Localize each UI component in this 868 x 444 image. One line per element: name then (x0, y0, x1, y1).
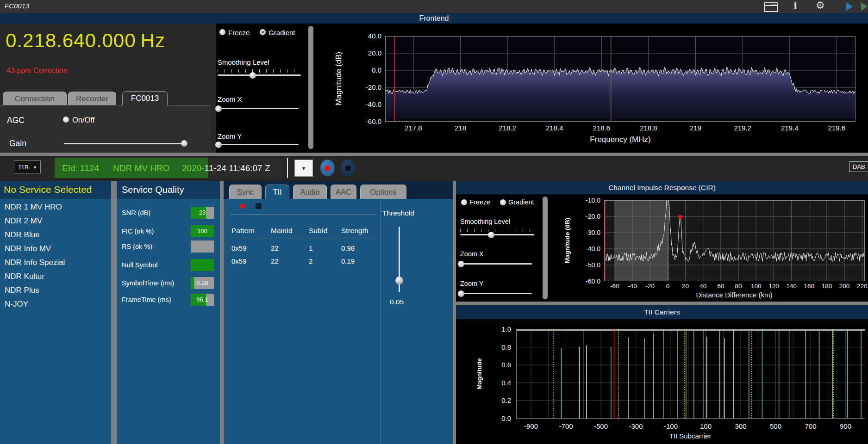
quality-bar-snr: 23 (191, 207, 214, 219)
smoothing-slider-track[interactable] (218, 74, 301, 76)
info-icon[interactable]: ℹ (793, 0, 797, 12)
freeze-radio[interactable] (219, 29, 225, 35)
cir-xtick: 100 (747, 283, 765, 290)
channel-combobox[interactable]: 11B ▼ (14, 160, 41, 173)
tab-recorder[interactable]: Recorder (68, 92, 116, 105)
smoothing-slider-knob[interactable] (250, 72, 256, 79)
service-item[interactable]: NDR 1 MV HRO (5, 203, 110, 212)
quality-label: SNR (dB) (122, 209, 150, 216)
service-item[interactable]: NDR Info Spezial (5, 258, 110, 267)
play-icon[interactable] (846, 2, 853, 11)
cir-gradient-radio[interactable] (500, 199, 506, 205)
horizontal-splitter[interactable] (0, 153, 868, 156)
cir-xtick: 60 (712, 283, 730, 290)
cir-zoomx-slider-track[interactable] (460, 263, 532, 265)
cir-controls-scrollbar[interactable] (543, 197, 548, 299)
service-item[interactable]: NDR Info MV (5, 244, 110, 253)
gradient-radio[interactable]: ✕ (260, 29, 266, 35)
vertical-splitter[interactable] (453, 181, 456, 444)
tii-carriers-title: TII Carriers (644, 308, 680, 316)
record-button[interactable] (320, 160, 335, 176)
ensemble-eid: EId: 1124 (62, 158, 99, 178)
tii-table-header-underline (231, 237, 376, 237)
frontend-ytick: -60.0 (352, 117, 381, 125)
stop-button[interactable] (341, 160, 355, 176)
tii-ytick: 0.6 (487, 361, 511, 369)
cir-ytick: -30.0 (575, 229, 600, 236)
vertical-splitter[interactable] (111, 181, 117, 444)
tab-tii[interactable]: TII (265, 185, 289, 199)
service-item[interactable]: NDR Kultur (5, 272, 110, 281)
window-icon[interactable] (764, 2, 778, 12)
quality-bar-rs (191, 240, 214, 253)
quality-label: SymbolTime (ms) (122, 279, 174, 287)
tii-checkbox[interactable] (256, 203, 262, 209)
frontend-ytick: 40.0 (352, 32, 381, 40)
zoomx-slider-knob[interactable] (215, 105, 222, 112)
play-icon-secondary[interactable] (861, 2, 868, 12)
window-title: FC0013 (5, 2, 29, 10)
zoomx-label: Zoom X (218, 95, 242, 103)
tii-divider (231, 215, 376, 215)
service-item[interactable]: NDR 2 MV (5, 216, 110, 226)
tab-audio[interactable]: Audio (293, 185, 327, 199)
agc-radio-label: On/Off (72, 116, 94, 124)
cir-freeze-radio[interactable] (461, 199, 467, 205)
tab-sync[interactable]: Sync (229, 185, 262, 199)
cir-zoomy-slider-knob[interactable] (458, 290, 464, 297)
gain-slider-track[interactable] (64, 143, 186, 144)
tab-options[interactable]: Options (360, 185, 406, 199)
ensemble-name: NDR MV HRO (113, 158, 169, 178)
cir-tii-splitter[interactable] (456, 302, 868, 305)
frontend-xtick: 217.8 (397, 124, 430, 132)
cir-xtick: 20 (676, 283, 695, 290)
cir-zoomy-label: Zoom Y (460, 280, 484, 287)
tii-ylabel: Magnitude (476, 346, 483, 401)
frontend-title: Frontend (419, 14, 449, 22)
tii-xtick: -900 (517, 422, 545, 430)
tab-fc0013[interactable]: FC0013 (122, 91, 168, 105)
cir-xtick: 40 (694, 283, 712, 290)
gain-slider-knob[interactable] (181, 140, 187, 147)
gear-icon[interactable]: ⚙ (816, 0, 825, 11)
quality-bar-fic: 100 (191, 225, 214, 237)
record-dropdown-button[interactable]: ▼ (294, 160, 313, 177)
cir-zoomy-slider-track[interactable] (460, 293, 532, 294)
channel-bar-separator (287, 158, 288, 178)
service-quality-panel (117, 181, 220, 444)
gain-label: Gain (9, 139, 26, 148)
cir-zoomx-slider-knob[interactable] (458, 261, 464, 267)
cir-xtick: 220 (853, 283, 868, 290)
smoothing-label: Smoothing Level (218, 58, 269, 66)
frontend-xtick: 219 (680, 124, 712, 132)
tab-connection[interactable]: Connection (3, 92, 67, 105)
gradient-label: Gradient (269, 29, 295, 37)
cir-smoothing-slider-track[interactable] (460, 234, 534, 235)
frontend-controls-scrollbar[interactable] (308, 26, 313, 149)
cir-xtick: -60 (606, 283, 624, 290)
record-icon (325, 165, 331, 171)
vertical-splitter[interactable] (220, 181, 224, 444)
zoomx-slider-track[interactable] (218, 108, 299, 109)
tii-record-indicator[interactable] (240, 204, 245, 209)
zoomy-slider-knob[interactable] (215, 142, 222, 148)
frontend-xtick: 218.8 (632, 124, 665, 132)
threshold-label: Threshold (382, 209, 414, 217)
cir-plot (604, 200, 865, 281)
app-window: FC0013 ℹ ⚙ Frontend 0.218.640.000Hz 43 p… (0, 0, 868, 444)
cir-xtick: 140 (782, 283, 801, 290)
frontend-ytick: 20.0 (352, 49, 381, 57)
cir-xtick: -40 (623, 283, 642, 290)
agc-radio[interactable] (63, 117, 69, 123)
zoomy-slider-track[interactable] (218, 144, 299, 145)
cir-xlabel: Distance Difference (km) (688, 291, 781, 299)
frontend-xtick: 219.4 (774, 124, 806, 132)
frontend-xtick: 218.6 (585, 124, 618, 132)
smoothing-ticks (218, 69, 301, 73)
service-item[interactable]: N-JOY (5, 300, 110, 309)
tii-xtick: -500 (587, 422, 615, 430)
service-item[interactable]: NDR Plus (5, 286, 110, 295)
tab-aac[interactable]: AAC (331, 185, 356, 199)
col-header-subid: SubId (309, 227, 328, 235)
service-item[interactable]: NDR Blue (5, 230, 110, 240)
